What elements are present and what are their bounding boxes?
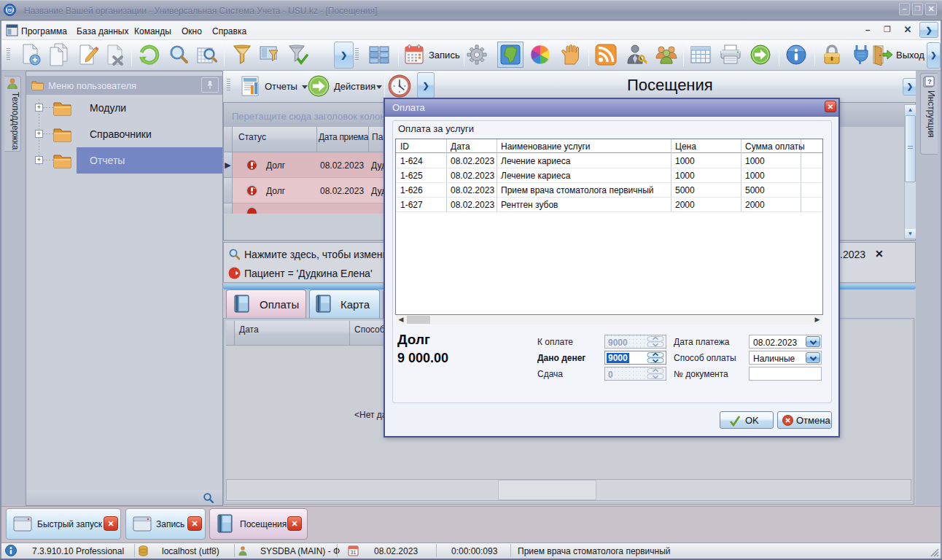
svg-text:31: 31 [351,550,357,555]
svg-text:?: ? [927,78,932,85]
svg-text:USU: USU [7,9,14,12]
